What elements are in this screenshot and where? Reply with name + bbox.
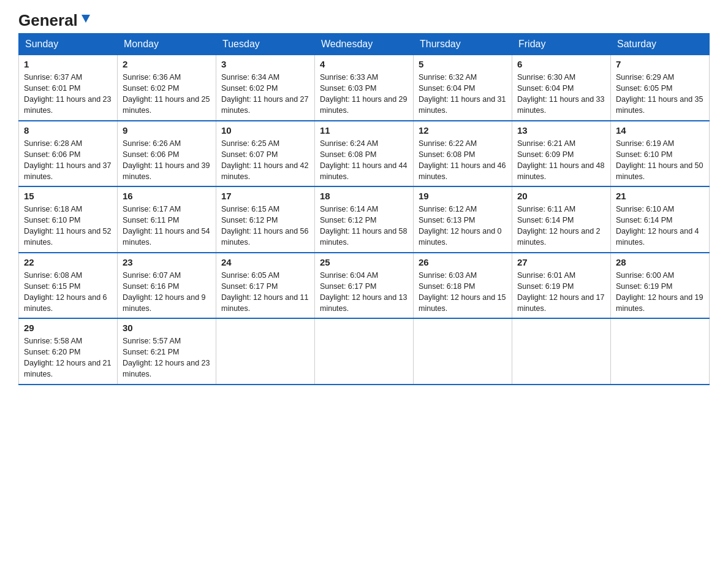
day-detail: Sunrise: 6:00 AM Sunset: 6:19 PM Dayligh… xyxy=(616,270,704,315)
col-header-saturday: Saturday xyxy=(611,34,710,55)
day-detail: Sunrise: 6:25 AM Sunset: 6:07 PM Dayligh… xyxy=(221,138,309,183)
day-detail: Sunrise: 6:08 AM Sunset: 6:15 PM Dayligh… xyxy=(24,270,112,315)
logo-arrow-icon xyxy=(79,12,93,26)
day-number: 13 xyxy=(517,125,605,136)
calendar-cell xyxy=(611,318,710,385)
day-number: 30 xyxy=(123,323,211,333)
calendar-cell: 25 Sunrise: 6:04 AM Sunset: 6:17 PM Dayl… xyxy=(315,253,414,319)
calendar-cell: 16 Sunrise: 6:17 AM Sunset: 6:11 PM Dayl… xyxy=(118,186,216,253)
calendar-cell: 28 Sunrise: 6:00 AM Sunset: 6:19 PM Dayl… xyxy=(611,253,710,319)
day-detail: Sunrise: 6:10 AM Sunset: 6:14 PM Dayligh… xyxy=(616,204,704,248)
page-header: General xyxy=(18,12,710,27)
col-header-tuesday: Tuesday xyxy=(216,34,315,55)
day-number: 9 xyxy=(123,125,211,136)
calendar-cell xyxy=(414,318,512,385)
day-detail: Sunrise: 6:14 AM Sunset: 6:12 PM Dayligh… xyxy=(320,204,408,248)
day-number: 6 xyxy=(517,59,605,69)
calendar-cell: 23 Sunrise: 6:07 AM Sunset: 6:16 PM Dayl… xyxy=(118,253,216,319)
day-number: 10 xyxy=(221,125,309,136)
calendar-table: SundayMondayTuesdayWednesdayThursdayFrid… xyxy=(18,33,710,385)
day-number: 5 xyxy=(419,59,507,69)
day-detail: Sunrise: 6:12 AM Sunset: 6:13 PM Dayligh… xyxy=(419,204,507,248)
day-detail: Sunrise: 6:22 AM Sunset: 6:08 PM Dayligh… xyxy=(419,138,507,183)
day-number: 20 xyxy=(517,191,605,201)
day-detail: Sunrise: 6:05 AM Sunset: 6:17 PM Dayligh… xyxy=(221,270,309,315)
day-number: 22 xyxy=(24,257,112,267)
calendar-cell: 14 Sunrise: 6:19 AM Sunset: 6:10 PM Dayl… xyxy=(611,121,710,187)
day-number: 26 xyxy=(419,257,507,267)
col-header-wednesday: Wednesday xyxy=(315,34,414,55)
calendar-cell: 18 Sunrise: 6:14 AM Sunset: 6:12 PM Dayl… xyxy=(315,186,414,253)
day-number: 18 xyxy=(320,191,408,201)
day-detail: Sunrise: 5:58 AM Sunset: 6:20 PM Dayligh… xyxy=(24,335,112,380)
day-number: 23 xyxy=(123,257,211,267)
day-detail: Sunrise: 6:04 AM Sunset: 6:17 PM Dayligh… xyxy=(320,270,408,315)
day-detail: Sunrise: 6:28 AM Sunset: 6:06 PM Dayligh… xyxy=(24,138,112,183)
day-detail: Sunrise: 6:32 AM Sunset: 6:04 PM Dayligh… xyxy=(419,72,507,117)
day-number: 3 xyxy=(221,59,309,69)
day-number: 29 xyxy=(24,323,112,333)
calendar-cell: 10 Sunrise: 6:25 AM Sunset: 6:07 PM Dayl… xyxy=(216,121,315,187)
day-number: 11 xyxy=(320,125,408,136)
calendar-cell: 1 Sunrise: 6:37 AM Sunset: 6:01 PM Dayli… xyxy=(19,55,118,121)
day-number: 2 xyxy=(123,59,211,69)
col-header-sunday: Sunday xyxy=(19,34,118,55)
calendar-cell: 30 Sunrise: 5:57 AM Sunset: 6:21 PM Dayl… xyxy=(118,318,216,385)
col-header-friday: Friday xyxy=(512,34,611,55)
day-detail: Sunrise: 6:15 AM Sunset: 6:12 PM Dayligh… xyxy=(221,204,309,248)
calendar-week-row: 22 Sunrise: 6:08 AM Sunset: 6:15 PM Dayl… xyxy=(19,253,710,319)
calendar-week-row: 1 Sunrise: 6:37 AM Sunset: 6:01 PM Dayli… xyxy=(19,55,710,121)
day-number: 7 xyxy=(616,59,704,69)
day-number: 14 xyxy=(616,125,704,136)
day-detail: Sunrise: 6:01 AM Sunset: 6:19 PM Dayligh… xyxy=(517,270,605,315)
calendar-week-row: 8 Sunrise: 6:28 AM Sunset: 6:06 PM Dayli… xyxy=(19,121,710,187)
calendar-cell: 17 Sunrise: 6:15 AM Sunset: 6:12 PM Dayl… xyxy=(216,186,315,253)
calendar-cell: 20 Sunrise: 6:11 AM Sunset: 6:14 PM Dayl… xyxy=(512,186,611,253)
day-number: 8 xyxy=(24,125,112,136)
calendar-cell xyxy=(512,318,611,385)
calendar-cell: 7 Sunrise: 6:29 AM Sunset: 6:05 PM Dayli… xyxy=(611,55,710,121)
calendar-cell: 27 Sunrise: 6:01 AM Sunset: 6:19 PM Dayl… xyxy=(512,253,611,319)
day-number: 16 xyxy=(123,191,211,201)
day-detail: Sunrise: 6:37 AM Sunset: 6:01 PM Dayligh… xyxy=(24,72,112,117)
day-detail: Sunrise: 6:21 AM Sunset: 6:09 PM Dayligh… xyxy=(517,138,605,183)
day-number: 27 xyxy=(517,257,605,267)
calendar-cell: 4 Sunrise: 6:33 AM Sunset: 6:03 PM Dayli… xyxy=(315,55,414,121)
day-number: 12 xyxy=(419,125,507,136)
calendar-cell xyxy=(315,318,414,385)
day-detail: Sunrise: 6:36 AM Sunset: 6:02 PM Dayligh… xyxy=(123,72,211,117)
calendar-cell: 8 Sunrise: 6:28 AM Sunset: 6:06 PM Dayli… xyxy=(19,121,118,187)
day-number: 24 xyxy=(221,257,309,267)
day-detail: Sunrise: 6:24 AM Sunset: 6:08 PM Dayligh… xyxy=(320,138,408,183)
calendar-cell: 12 Sunrise: 6:22 AM Sunset: 6:08 PM Dayl… xyxy=(414,121,512,187)
calendar-cell: 2 Sunrise: 6:36 AM Sunset: 6:02 PM Dayli… xyxy=(118,55,216,121)
day-number: 15 xyxy=(24,191,112,201)
day-number: 25 xyxy=(320,257,408,267)
day-number: 1 xyxy=(24,59,112,69)
calendar-cell: 3 Sunrise: 6:34 AM Sunset: 6:02 PM Dayli… xyxy=(216,55,315,121)
calendar-header-row: SundayMondayTuesdayWednesdayThursdayFrid… xyxy=(19,34,710,55)
day-detail: Sunrise: 6:34 AM Sunset: 6:02 PM Dayligh… xyxy=(221,72,309,117)
col-header-monday: Monday xyxy=(118,34,216,55)
calendar-cell: 11 Sunrise: 6:24 AM Sunset: 6:08 PM Dayl… xyxy=(315,121,414,187)
calendar-cell: 13 Sunrise: 6:21 AM Sunset: 6:09 PM Dayl… xyxy=(512,121,611,187)
calendar-cell: 26 Sunrise: 6:03 AM Sunset: 6:18 PM Dayl… xyxy=(414,253,512,319)
calendar-cell: 29 Sunrise: 5:58 AM Sunset: 6:20 PM Dayl… xyxy=(19,318,118,385)
day-detail: Sunrise: 6:18 AM Sunset: 6:10 PM Dayligh… xyxy=(24,204,112,248)
calendar-cell: 15 Sunrise: 6:18 AM Sunset: 6:10 PM Dayl… xyxy=(19,186,118,253)
day-detail: Sunrise: 6:33 AM Sunset: 6:03 PM Dayligh… xyxy=(320,72,408,117)
day-detail: Sunrise: 6:29 AM Sunset: 6:05 PM Dayligh… xyxy=(616,72,704,117)
calendar-cell: 22 Sunrise: 6:08 AM Sunset: 6:15 PM Dayl… xyxy=(19,253,118,319)
col-header-thursday: Thursday xyxy=(414,34,512,55)
day-detail: Sunrise: 6:07 AM Sunset: 6:16 PM Dayligh… xyxy=(123,270,211,315)
calendar-week-row: 29 Sunrise: 5:58 AM Sunset: 6:20 PM Dayl… xyxy=(19,318,710,385)
logo-general-text: General xyxy=(18,12,78,28)
day-number: 17 xyxy=(221,191,309,201)
calendar-cell: 19 Sunrise: 6:12 AM Sunset: 6:13 PM Dayl… xyxy=(414,186,512,253)
day-detail: Sunrise: 6:11 AM Sunset: 6:14 PM Dayligh… xyxy=(517,204,605,248)
calendar-cell xyxy=(216,318,315,385)
day-detail: Sunrise: 6:17 AM Sunset: 6:11 PM Dayligh… xyxy=(123,204,211,248)
day-number: 28 xyxy=(616,257,704,267)
logo: General xyxy=(18,12,93,27)
calendar-cell: 6 Sunrise: 6:30 AM Sunset: 6:04 PM Dayli… xyxy=(512,55,611,121)
